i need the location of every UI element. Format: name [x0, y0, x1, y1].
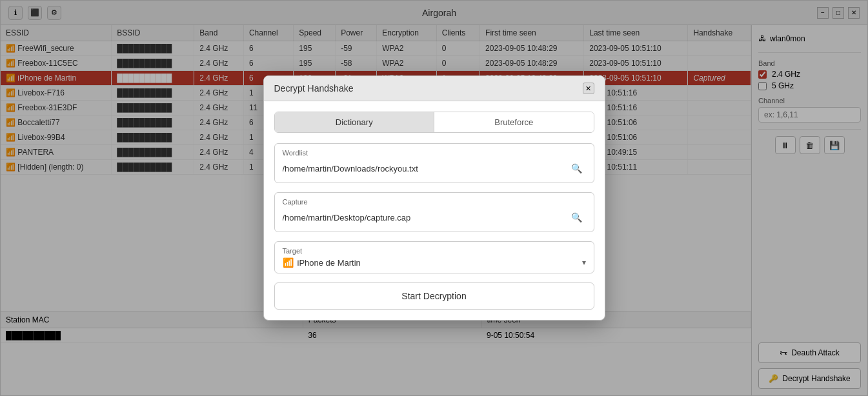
capture-field: Capture 🔍 [274, 192, 594, 232]
target-select[interactable]: iPhone de Martin [298, 258, 582, 268]
wordlist-search-icon: 🔍 [571, 163, 582, 173]
chevron-down-icon: ▾ [582, 258, 586, 267]
decrypt-modal: Decrypt Handshake ✕ Dictionary Bruteforc… [263, 75, 605, 321]
modal-header: Decrypt Handshake ✕ [264, 76, 605, 101]
target-label: Target [283, 247, 586, 255]
target-group: Target 📶 iPhone de Martin ▾ [274, 241, 594, 273]
tab-container: Dictionary Bruteforce [274, 112, 594, 133]
capture-label: Capture [283, 198, 586, 206]
start-decryption-button[interactable]: Start Decryption [274, 282, 594, 310]
tab-dictionary[interactable]: Dictionary [275, 112, 434, 132]
modal-overlay: Decrypt Handshake ✕ Dictionary Bruteforc… [0, 0, 868, 396]
modal-body: Dictionary Bruteforce Wordlist 🔍 [264, 101, 605, 320]
modal-title: Decrypt Handshake [274, 83, 354, 94]
capture-group: Capture 🔍 [274, 192, 594, 232]
target-select-wrapper: 📶 iPhone de Martin ▾ [283, 257, 586, 268]
wordlist-input[interactable] [283, 164, 568, 173]
capture-search-icon: 🔍 [571, 212, 582, 223]
wordlist-label: Wordlist [283, 149, 586, 157]
capture-browse-button[interactable]: 🔍 [568, 208, 586, 226]
tab-bruteforce[interactable]: Bruteforce [434, 112, 594, 132]
target-wifi-icon: 📶 [283, 257, 294, 268]
modal-close-icon: ✕ [585, 84, 591, 93]
wordlist-group: Wordlist 🔍 [274, 143, 594, 183]
modal-close-button[interactable]: ✕ [583, 83, 594, 94]
wordlist-browse-button[interactable]: 🔍 [568, 159, 586, 177]
target-field: Target 📶 iPhone de Martin ▾ [274, 241, 594, 273]
capture-input[interactable] [283, 213, 568, 223]
capture-row: 🔍 [283, 208, 586, 226]
wordlist-field: Wordlist 🔍 [274, 143, 594, 183]
wordlist-row: 🔍 [283, 159, 586, 177]
